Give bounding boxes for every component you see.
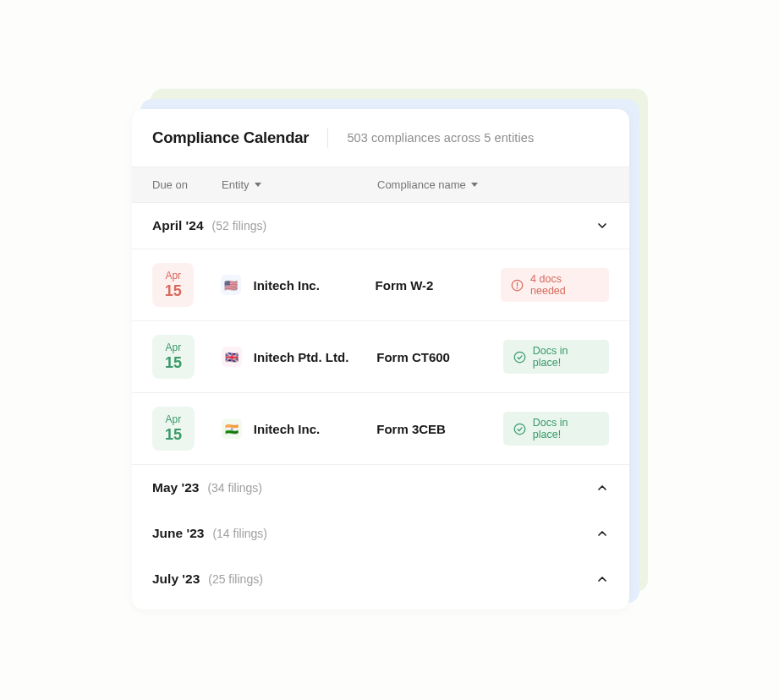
status-text: Docs in place! bbox=[533, 417, 599, 440]
caret-down-icon bbox=[255, 183, 261, 187]
due-date-chip: Apr15 bbox=[152, 263, 194, 307]
svg-point-2 bbox=[517, 287, 518, 288]
month-row-may23[interactable]: May '23(34 filings) bbox=[132, 465, 629, 511]
status-text: Docs in place! bbox=[533, 345, 599, 369]
due-date-chip: Apr15 bbox=[152, 407, 195, 451]
entity-cell: 🇮🇳Initech Inc. bbox=[222, 418, 376, 439]
chevron-up-icon bbox=[595, 527, 609, 540]
column-compliance-sort[interactable]: Compliance name bbox=[377, 178, 609, 191]
month-label: May '23 bbox=[152, 480, 199, 495]
column-headers: Due on Entity Compliance name bbox=[132, 167, 629, 203]
header-divider bbox=[327, 128, 328, 148]
due-day: 15 bbox=[165, 282, 182, 300]
status-text: 4 docs needed bbox=[530, 273, 599, 297]
flag-icon: 🇮🇳 bbox=[222, 418, 242, 439]
month-row-jun23[interactable]: June '23(14 filings) bbox=[132, 511, 629, 556]
due-month: Apr bbox=[166, 413, 182, 425]
entity-name: Initech Ptd. Ltd. bbox=[254, 350, 349, 364]
month-count: (34 filings) bbox=[207, 481, 262, 495]
due-month: Apr bbox=[166, 342, 182, 353]
compliance-row[interactable]: Apr15🇬🇧Initech Ptd. Ltd.Form CT600Docs i… bbox=[132, 320, 629, 392]
column-entity-label: Entity bbox=[222, 178, 250, 191]
month-count: (52 filings) bbox=[212, 219, 267, 232]
month-items-apr24: Apr15🇺🇸Initech Inc.Form W-24 docs needed… bbox=[132, 249, 629, 465]
status-badge: Docs in place! bbox=[503, 340, 609, 374]
caret-down-icon bbox=[471, 183, 478, 187]
due-day: 15 bbox=[165, 354, 182, 372]
status-badge: 4 docs needed bbox=[501, 268, 609, 302]
chevron-down-icon bbox=[595, 219, 609, 232]
entity-cell: 🇬🇧Initech Ptd. Ltd. bbox=[222, 347, 376, 367]
due-month: Apr bbox=[165, 270, 181, 282]
compliance-calendar-card: Compliance Calendar 503 compliances acro… bbox=[132, 109, 629, 610]
entity-cell: 🇺🇸Initech Inc. bbox=[221, 275, 375, 295]
status-badge: Docs in place! bbox=[503, 412, 609, 446]
svg-point-3 bbox=[514, 352, 525, 363]
card-header: Compliance Calendar 503 compliances acro… bbox=[132, 109, 629, 167]
compliance-name: Form 3CEB bbox=[376, 422, 503, 436]
column-due-on: Due on bbox=[152, 178, 222, 191]
month-label: July '23 bbox=[152, 571, 200, 587]
month-label: June '23 bbox=[152, 526, 204, 541]
month-count: (25 filings) bbox=[208, 572, 263, 586]
compliance-name: Form CT600 bbox=[376, 350, 503, 364]
flag-icon: 🇬🇧 bbox=[222, 347, 242, 367]
card-subtitle: 503 compliances across 5 entities bbox=[347, 131, 534, 145]
check-circle-icon bbox=[513, 423, 526, 435]
flag-icon: 🇺🇸 bbox=[221, 275, 241, 295]
compliance-name: Form W-2 bbox=[376, 278, 501, 293]
compliance-row[interactable]: Apr15🇺🇸Initech Inc.Form W-24 docs needed bbox=[132, 249, 629, 320]
month-row-jul23[interactable]: July '23(25 filings) bbox=[132, 556, 629, 602]
chevron-up-icon bbox=[595, 481, 609, 495]
due-day: 15 bbox=[165, 426, 182, 444]
chevron-up-icon bbox=[595, 572, 609, 586]
svg-point-4 bbox=[514, 424, 525, 435]
alert-circle-icon bbox=[511, 279, 524, 292]
entity-name: Initech Inc. bbox=[253, 278, 319, 293]
check-circle-icon bbox=[513, 351, 526, 364]
card-title: Compliance Calendar bbox=[152, 129, 309, 147]
month-row-apr24[interactable]: April '24(52 filings) bbox=[132, 203, 629, 249]
column-compliance-label: Compliance name bbox=[377, 178, 466, 191]
month-label: April '24 bbox=[152, 218, 204, 233]
due-date-chip: Apr15 bbox=[152, 335, 195, 379]
compliance-row[interactable]: Apr15🇮🇳Initech Inc.Form 3CEBDocs in plac… bbox=[132, 392, 629, 465]
month-count: (14 filings) bbox=[212, 527, 267, 540]
column-entity-sort[interactable]: Entity bbox=[222, 178, 377, 191]
entity-name: Initech Inc. bbox=[254, 422, 320, 436]
